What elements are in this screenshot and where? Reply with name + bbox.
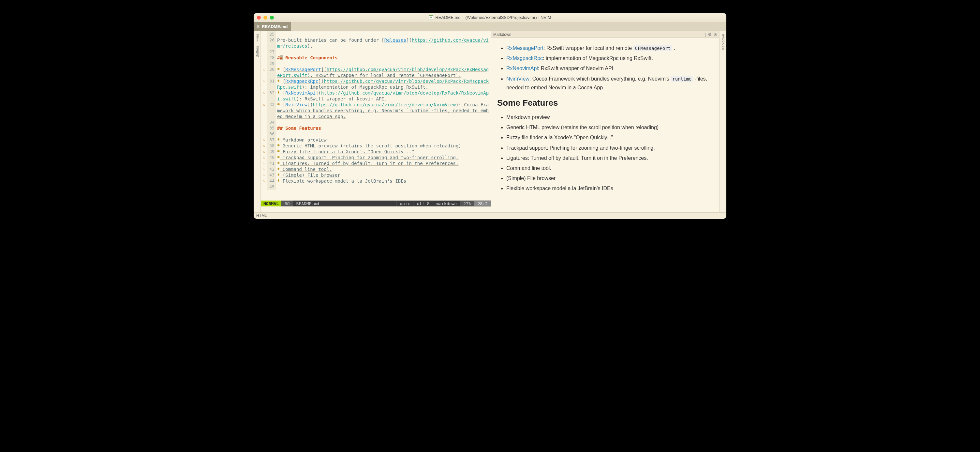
- preview-title: Markdown: [493, 32, 511, 37]
- line-content[interactable]: [276, 31, 491, 37]
- editor-line[interactable]: ⚠41* Ligatures: Turned off by default. T…: [261, 161, 491, 166]
- list-item: RxMsgpackRpc: implementation of MsgpackR…: [506, 54, 713, 63]
- titlebar: README.md = (/Volumes/ExternalSSD/Projec…: [254, 13, 726, 22]
- close-icon[interactable]: ⊗: [714, 32, 717, 37]
- line-content[interactable]: * (Simple) File browser: [276, 172, 491, 178]
- line-content[interactable]: [276, 49, 491, 55]
- warning-icon: ⚠: [263, 138, 265, 142]
- editor-line[interactable]: ⚠40* Trackpad support: Pinching for zoom…: [261, 154, 491, 161]
- bottom-tool-rail: HTML: [254, 212, 726, 219]
- statusline: NORMAL RO README.md unix utf-8 markdown …: [261, 201, 491, 207]
- editor-line[interactable]: 25: [261, 31, 491, 37]
- sign-column: ⚠: [261, 102, 267, 119]
- editor-line[interactable]: ⚠37* Markdown preview: [261, 137, 491, 143]
- line-number: 41: [267, 161, 276, 166]
- list-item: Trackpad support: Pinching for zooming a…: [506, 143, 713, 152]
- editor-line[interactable]: 35## Some Features: [261, 125, 491, 131]
- preview-body[interactable]: RxMessagePort: RxSwift wrapper for local…: [491, 38, 719, 212]
- readonly-indicator: RO: [282, 201, 293, 207]
- line-content[interactable]: * Fuzzy file finder a la Xcode's "Open Q…: [276, 149, 491, 154]
- preview-header: Markdown | ⚙ ⊗: [491, 31, 719, 38]
- warning-icon: ⚠: [263, 102, 265, 107]
- tabbar: ✕ README.md: [254, 22, 726, 31]
- line-content[interactable]: * [NvimView](https://github.com/qvacua/v…: [276, 102, 491, 119]
- line-number: 34: [267, 119, 276, 125]
- rail-html[interactable]: HTML: [256, 213, 267, 218]
- editor-line[interactable]: ⚠39* Fuzzy file finder a la Xcode's "Ope…: [261, 149, 491, 154]
- editor-line[interactable]: ⚠32* [RxNeovimApi](https://github.com/qv…: [261, 90, 491, 102]
- sign-column: ⚠: [261, 172, 267, 178]
- component-link[interactable]: RxMsgpackRpc: [506, 56, 543, 61]
- command-line[interactable]: [261, 207, 491, 212]
- line-number: 43: [267, 172, 276, 178]
- line-content[interactable]: Pre-built binaries can be found under [R…: [276, 37, 491, 49]
- minimize-button[interactable]: [263, 16, 267, 19]
- sign-column: ⚠: [261, 154, 267, 161]
- editor-line[interactable]: ⚠31* [RxMsgpackRpc](https://github.com/q…: [261, 78, 491, 90]
- rail-files[interactable]: Files: [255, 32, 259, 43]
- gear-icon[interactable]: ⚙: [708, 32, 712, 37]
- component-link[interactable]: RxMessagePort: [506, 45, 544, 51]
- line-content[interactable]: [276, 184, 491, 190]
- line-content[interactable]: * Generic HTML preview (retains the scro…: [276, 143, 491, 149]
- close-icon[interactable]: ✕: [256, 24, 260, 29]
- warning-icon: ⚠: [263, 79, 265, 83]
- warning-icon: ⚠: [263, 167, 265, 171]
- component-link[interactable]: RxNeovimApi: [506, 65, 538, 71]
- line-number: 40: [267, 154, 276, 161]
- editor-line[interactable]: ⚠43* (Simple) File browser: [261, 172, 491, 178]
- line-number: 29: [267, 60, 276, 67]
- editor-line[interactable]: 34: [261, 119, 491, 125]
- editor-line[interactable]: ⚠33* [NvimView](https://github.com/qvacu…: [261, 102, 491, 119]
- warning-icon: ⚠: [263, 67, 265, 72]
- list-item: Command line tool.: [506, 164, 713, 172]
- line-content[interactable]: * [RxNeovimApi](https://github.com/qvacu…: [276, 90, 491, 102]
- line-number: 45: [267, 184, 276, 190]
- sign-column: ⚠: [261, 67, 267, 78]
- warning-icon: ⚠: [263, 161, 265, 166]
- status-filetype: markdown: [433, 201, 460, 206]
- line-content[interactable]: * Command line tool.: [276, 166, 491, 172]
- editor-line[interactable]: 26Pre-built binaries can be found under …: [261, 37, 491, 49]
- rail-markdown[interactable]: Markdown: [721, 33, 725, 52]
- line-content[interactable]: * Markdown preview: [276, 137, 491, 143]
- tab-readme[interactable]: ✕ README.md: [254, 22, 291, 31]
- line-content[interactable]: * [RxMessagePort](https://github.com/qva…: [276, 67, 491, 78]
- sign-column: [261, 131, 267, 137]
- component-link[interactable]: NvimView: [506, 76, 530, 81]
- window-title-text: README.md = (/Volumes/ExternalSSD/Projec…: [435, 15, 551, 20]
- status-encoding: utf-8: [413, 201, 433, 206]
- editor-pane[interactable]: 2526Pre-built binaries can be found unde…: [261, 31, 491, 212]
- zoom-button[interactable]: [270, 16, 274, 19]
- close-button[interactable]: [257, 16, 261, 19]
- line-content[interactable]: * [RxMsgpackRpc](https://github.com/qvac…: [276, 78, 491, 90]
- editor-line[interactable]: ⚠44* Flexible workspace model a la JetBr…: [261, 178, 491, 184]
- editor-line[interactable]: ⚠30* [RxMessagePort](https://github.com/…: [261, 67, 491, 78]
- line-content[interactable]: * Ligatures: Turned off by default. Turn…: [276, 161, 491, 166]
- list-item: RxNeovimApi: RxSwift wrapper of Neovim A…: [506, 64, 713, 73]
- line-content[interactable]: [276, 60, 491, 67]
- editor-line[interactable]: 28## Reusable Components: [261, 55, 491, 60]
- editor-line[interactable]: ⚠38* Generic HTML preview (retains the s…: [261, 143, 491, 149]
- sign-column: ⚠: [261, 149, 267, 154]
- line-content[interactable]: ## Reusable Components: [276, 55, 491, 60]
- line-number: 44: [267, 178, 276, 184]
- line-content[interactable]: * Trackpad support: Pinching for zooming…: [276, 154, 491, 161]
- editor-line[interactable]: 36: [261, 131, 491, 137]
- editor-line[interactable]: 45: [261, 184, 491, 190]
- line-content[interactable]: ## Some Features: [276, 125, 491, 131]
- app-window: README.md = (/Volumes/ExternalSSD/Projec…: [254, 13, 726, 219]
- editor-line[interactable]: 27: [261, 49, 491, 55]
- status-filename: README.md: [293, 201, 323, 206]
- line-number: 36: [267, 131, 276, 137]
- line-content[interactable]: [276, 119, 491, 125]
- sign-column: ⚠: [261, 90, 267, 102]
- rail-buffers[interactable]: Buffers: [255, 44, 259, 59]
- editor-line[interactable]: 29: [261, 60, 491, 67]
- editor-line[interactable]: ⚠42* Command line tool.: [261, 166, 491, 172]
- tab-label: README.md: [262, 24, 288, 29]
- line-content[interactable]: * Flexible workspace model a la JetBrain…: [276, 178, 491, 184]
- line-content[interactable]: [276, 131, 491, 137]
- line-number: 37: [267, 137, 276, 143]
- list-item: Markdown preview: [506, 113, 713, 122]
